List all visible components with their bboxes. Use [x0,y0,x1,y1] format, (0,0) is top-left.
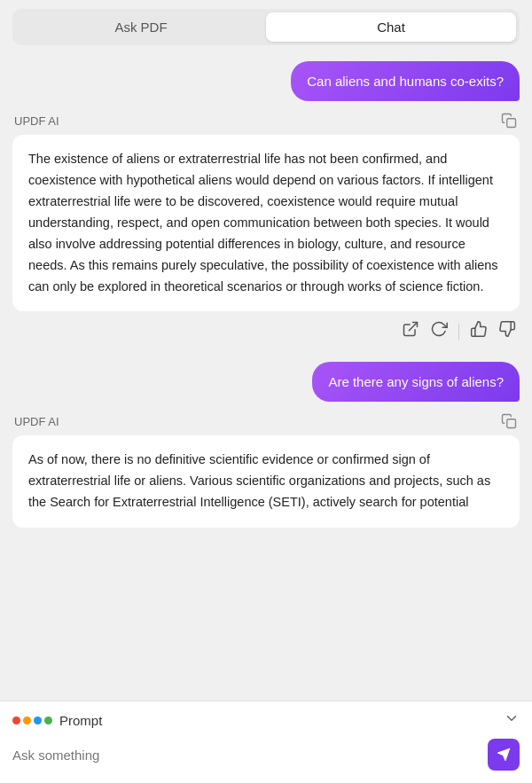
dots-icon [12,716,52,724]
bottom-area: Prompt [0,701,532,783]
prompt-left: Prompt [12,713,102,728]
thumbs-up-icon[interactable] [470,320,488,342]
action-bar-1 [12,311,520,346]
ai-label-row-2: UPDF AI [12,412,520,430]
dot-red [12,716,20,724]
external-link-icon[interactable] [402,320,419,342]
ai-bubble-1: The existence of aliens or extraterrestr… [12,135,520,311]
ai-label-row-1: UPDF AI [12,112,520,129]
copy-icon-2[interactable] [500,412,518,430]
tab-ask-pdf[interactable]: Ask PDF [16,12,266,42]
user-bubble-1: Can aliens and humans co-exits? [291,61,520,101]
tab-chat[interactable]: Chat [266,12,516,42]
chat-area: Can aliens and humans co-exits? UPDF AI … [0,52,532,701]
svg-rect-0 [507,119,516,128]
send-icon [497,748,511,762]
ai-bubble-2: As of now, there is no definitive scient… [12,435,520,528]
chevron-down-icon[interactable] [504,710,520,730]
svg-line-1 [409,323,417,331]
ai-block-1: UPDF AI The existence of aliens or extra… [12,112,520,346]
ai-block-2: UPDF AI As of now, there is no definitiv… [12,412,520,528]
dot-green [44,716,52,724]
svg-rect-2 [507,419,516,428]
dot-yellow [23,716,31,724]
user-message-2: Are there any signs of aliens? [12,362,520,402]
refresh-icon[interactable] [430,320,448,342]
ai-label-1: UPDF AI [14,114,59,128]
prompt-label: Prompt [59,713,102,728]
send-button[interactable] [488,739,520,771]
ask-input[interactable] [12,748,481,763]
user-message-1: Can aliens and humans co-exits? [12,61,520,101]
ai-label-2: UPDF AI [14,415,59,428]
copy-icon-1[interactable] [500,112,518,129]
action-divider [458,324,459,340]
input-row [12,739,520,771]
thumbs-down-icon[interactable] [498,320,516,342]
tab-bar: Ask PDF Chat [12,9,520,45]
prompt-row: Prompt [12,710,520,730]
user-bubble-2: Are there any signs of aliens? [312,362,520,402]
dot-blue [34,716,42,724]
